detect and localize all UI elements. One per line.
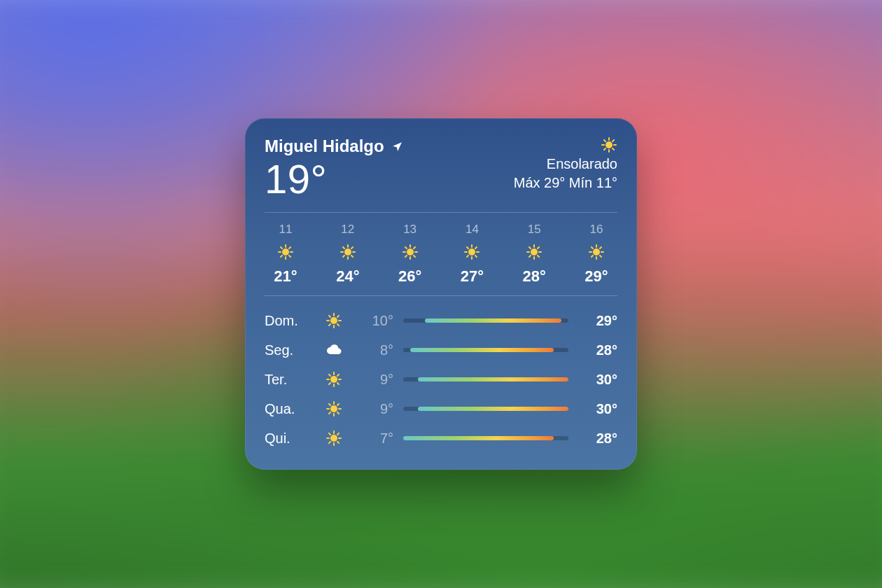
svg-line-88 — [329, 412, 330, 414]
day-row: Seg.8°28° — [265, 335, 617, 365]
svg-line-17 — [289, 247, 290, 248]
svg-line-6 — [612, 148, 614, 150]
svg-point-27 — [407, 248, 414, 255]
hour-label: 15 — [528, 223, 541, 237]
svg-line-16 — [281, 255, 282, 257]
hour-label: 11 — [279, 223, 293, 237]
svg-point-54 — [593, 248, 600, 255]
sun-icon — [463, 244, 480, 260]
day-name: Qua. — [265, 401, 316, 417]
hour-temp: 21° — [274, 267, 297, 286]
sun-icon — [316, 312, 351, 329]
svg-point-18 — [344, 248, 351, 255]
sun-icon — [277, 244, 294, 260]
svg-line-51 — [538, 255, 539, 257]
weather-widget[interactable]: Miguel Hidalgo 19° Ensola — [245, 118, 637, 470]
svg-line-98 — [337, 433, 339, 435]
day-low-temp: 10° — [351, 313, 403, 329]
svg-line-34 — [405, 255, 406, 257]
cloud-icon — [316, 342, 351, 358]
hour-column: 1121° — [265, 223, 307, 286]
temp-range-fill — [418, 407, 568, 411]
hourly-forecast: 1121°1224°1326°1427°1528°1629° — [265, 223, 617, 286]
daily-forecast: Dom.10°29°Seg.8°28°Ter.9°30°Qua.9°30°Qui… — [265, 306, 617, 453]
hour-label: 12 — [341, 223, 354, 237]
hour-temp: 27° — [461, 267, 484, 286]
temp-range-fill — [418, 377, 568, 382]
sun-icon — [588, 244, 605, 260]
svg-line-25 — [343, 255, 344, 257]
svg-line-70 — [329, 324, 330, 326]
divider — [265, 295, 617, 296]
svg-line-79 — [329, 383, 330, 384]
condition-block: Ensolarado Máx 29° Mín 11° — [514, 136, 617, 200]
svg-point-63 — [330, 317, 337, 324]
svg-line-61 — [592, 255, 593, 257]
svg-line-32 — [405, 247, 406, 248]
hour-temp: 29° — [584, 267, 608, 286]
day-row: Qui.7°28° — [265, 424, 617, 453]
day-high-temp: 28° — [568, 430, 617, 447]
day-high-temp: 30° — [568, 372, 617, 388]
svg-point-90 — [330, 435, 337, 442]
svg-line-77 — [329, 374, 330, 376]
temp-range-track — [403, 348, 568, 352]
hour-temp: 24° — [336, 267, 359, 286]
svg-line-87 — [337, 412, 339, 414]
svg-line-71 — [337, 316, 339, 317]
hour-temp: 26° — [398, 267, 421, 286]
day-row: Dom.10°29° — [265, 306, 617, 335]
temp-range-fill — [403, 436, 554, 440]
svg-point-45 — [531, 248, 538, 255]
day-low-temp: 9° — [351, 372, 403, 388]
divider — [265, 212, 617, 213]
day-row: Qua.9°30° — [265, 394, 617, 424]
widget-header: Miguel Hidalgo 19° Ensola — [265, 136, 617, 200]
svg-line-68 — [329, 316, 330, 317]
svg-line-97 — [329, 442, 330, 443]
hour-column: 1528° — [513, 223, 555, 286]
hour-label: 16 — [590, 223, 603, 237]
day-high-temp: 29° — [568, 313, 617, 329]
day-high-temp: 30° — [568, 401, 617, 417]
svg-line-96 — [337, 442, 339, 443]
location-name: Miguel Hidalgo — [265, 136, 384, 156]
hour-label: 14 — [465, 223, 479, 237]
svg-point-36 — [468, 248, 475, 255]
location-block: Miguel Hidalgo 19° — [265, 136, 403, 200]
svg-line-5 — [604, 140, 606, 141]
day-low-temp: 9° — [351, 401, 403, 417]
hour-column: 1224° — [327, 223, 369, 286]
svg-line-95 — [329, 433, 330, 435]
svg-point-72 — [330, 376, 337, 383]
sun-icon — [340, 244, 356, 260]
svg-line-86 — [329, 404, 330, 405]
day-row: Ter.9°30° — [265, 365, 617, 394]
svg-line-26 — [351, 247, 353, 248]
svg-line-7 — [604, 148, 606, 150]
temp-range-fill — [425, 318, 561, 323]
temp-range-track — [403, 407, 568, 411]
temp-range-track — [403, 377, 568, 382]
day-name: Ter. — [265, 372, 316, 388]
svg-line-44 — [475, 247, 477, 248]
svg-line-89 — [337, 404, 339, 405]
svg-point-81 — [330, 405, 337, 412]
sun-icon — [601, 136, 617, 153]
svg-line-15 — [289, 255, 290, 257]
svg-line-69 — [337, 324, 339, 326]
current-temperature: 19° — [265, 159, 403, 200]
svg-line-78 — [337, 383, 339, 384]
day-high-temp: 28° — [568, 342, 617, 358]
svg-line-42 — [475, 255, 477, 257]
svg-line-23 — [343, 247, 344, 248]
sun-icon — [316, 371, 351, 388]
svg-line-33 — [414, 255, 415, 257]
temp-range-fill — [410, 348, 554, 352]
svg-point-9 — [282, 248, 289, 255]
svg-line-52 — [529, 255, 531, 257]
hour-column: 1427° — [451, 223, 493, 286]
svg-point-0 — [606, 141, 612, 148]
location-arrow-icon — [391, 141, 403, 153]
temp-range-track — [403, 318, 568, 323]
